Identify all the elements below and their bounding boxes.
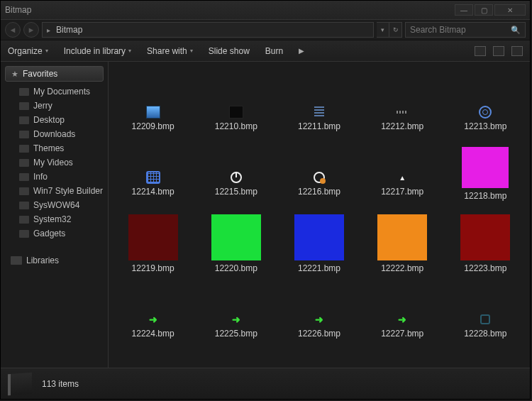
organize-menu[interactable]: Organize▾ bbox=[8, 46, 48, 56]
file-item[interactable]: ➜12227.bmp bbox=[361, 273, 444, 339]
sidebar-item-label: Info bbox=[33, 172, 48, 182]
file-thumbnail bbox=[229, 106, 243, 119]
maximize-button[interactable]: ▢ bbox=[475, 4, 493, 16]
folder-icon bbox=[19, 116, 29, 124]
file-item[interactable]: ➜12225.bmp bbox=[194, 273, 277, 339]
file-thumbnail bbox=[312, 106, 326, 119]
command-bar: Organize▾ Include in library▾ Share with… bbox=[1, 40, 530, 62]
libraries-icon bbox=[11, 256, 22, 265]
file-item[interactable]: 12220.bmp bbox=[194, 201, 277, 273]
address-dropdown-button[interactable]: ▾ bbox=[377, 22, 389, 38]
file-item[interactable]: ▲12217.bmp bbox=[361, 131, 444, 197]
minimize-button[interactable]: — bbox=[455, 4, 473, 16]
file-name: 12226.bmp bbox=[298, 329, 340, 339]
file-item[interactable]: 12211.bmp bbox=[277, 66, 360, 131]
breadcrumb-root-icon: ▸ bbox=[47, 26, 50, 34]
sidebar-item-label: SysWOW64 bbox=[33, 200, 79, 210]
file-item[interactable]: ➜12224.bmp bbox=[111, 273, 194, 339]
sidebar-item[interactable]: My Videos bbox=[1, 155, 108, 170]
sidebar-item[interactable]: Downloads bbox=[1, 127, 108, 141]
file-list[interactable]: 12209.bmp12210.bmp12211.bmp12212.bmp1221… bbox=[109, 62, 530, 368]
forward-button[interactable]: ► bbox=[23, 22, 39, 38]
sidebar-item[interactable]: System32 bbox=[1, 212, 108, 226]
file-item[interactable]: 12210.bmp bbox=[194, 66, 277, 131]
file-item[interactable]: 12209.bmp bbox=[111, 66, 194, 131]
sidebar-item-label: Jerry bbox=[33, 101, 52, 111]
folder-icon bbox=[19, 173, 29, 181]
file-thumbnail bbox=[146, 171, 160, 184]
file-name: 12227.bmp bbox=[381, 329, 423, 339]
favorites-label: Favorites bbox=[23, 69, 57, 79]
file-item[interactable]: 12216.bmp bbox=[277, 131, 360, 197]
file-thumbnail bbox=[460, 214, 510, 260]
libraries-label: Libraries bbox=[26, 256, 59, 265]
burn-button[interactable]: Burn bbox=[265, 46, 283, 56]
file-item[interactable]: ➜12226.bmp bbox=[277, 273, 360, 339]
folder-icon bbox=[19, 187, 29, 195]
window-title: Bitmap bbox=[5, 5, 31, 15]
sidebar-item[interactable]: Info bbox=[1, 170, 108, 184]
back-button[interactable]: ◄ bbox=[5, 22, 21, 38]
file-item[interactable]: 12214.bmp bbox=[111, 131, 194, 197]
file-thumbnail bbox=[377, 214, 427, 260]
file-thumbnail bbox=[294, 214, 344, 260]
file-thumbnail: ➜ bbox=[395, 313, 409, 326]
favorites-header[interactable]: ★ Favorites bbox=[5, 66, 104, 82]
sidebar-item[interactable]: My Documents bbox=[1, 84, 108, 99]
file-name: 12221.bmp bbox=[298, 263, 340, 273]
share-with-menu[interactable]: Share with▾ bbox=[147, 46, 193, 56]
file-item[interactable]: 12213.bmp bbox=[444, 66, 527, 131]
file-name: 12217.bmp bbox=[381, 187, 423, 197]
sidebar-item[interactable]: Jerry bbox=[1, 99, 108, 113]
file-thumbnail bbox=[312, 171, 326, 184]
refresh-button[interactable]: ↻ bbox=[389, 22, 402, 38]
file-name: 12214.bmp bbox=[132, 187, 174, 197]
folder-icon bbox=[19, 131, 29, 138]
preview-pane-button[interactable] bbox=[493, 46, 504, 56]
folder-thumbnail-icon bbox=[8, 372, 32, 395]
titlebar: Bitmap — ▢ ✕ bbox=[1, 1, 530, 19]
file-item[interactable]: 12228.bmp bbox=[444, 273, 527, 339]
file-item[interactable]: 12212.bmp bbox=[361, 66, 444, 131]
address-bar[interactable]: ▸ Bitmap bbox=[42, 22, 374, 38]
view-options-button[interactable] bbox=[475, 46, 486, 56]
file-thumbnail bbox=[462, 147, 509, 188]
star-icon: ★ bbox=[11, 70, 18, 79]
item-count: 113 items bbox=[42, 379, 79, 389]
file-name: 12211.bmp bbox=[298, 121, 340, 131]
folder-icon bbox=[19, 216, 29, 224]
search-input[interactable]: Search Bitmap 🔍 bbox=[405, 22, 526, 38]
sidebar-item[interactable]: SysWOW64 bbox=[1, 198, 108, 212]
sidebar-item[interactable]: Desktop bbox=[1, 113, 108, 127]
sidebar-item-label: Desktop bbox=[33, 115, 65, 125]
sidebar-item-label: Win7 Style Builder bbox=[33, 186, 103, 196]
include-in-library-menu[interactable]: Include in library▾ bbox=[64, 46, 131, 56]
file-name: 12209.bmp bbox=[132, 121, 174, 131]
file-item[interactable]: 12218.bmp bbox=[444, 131, 527, 201]
file-name: 12222.bmp bbox=[381, 263, 423, 273]
help-button[interactable] bbox=[511, 46, 523, 56]
toolbar-overflow-button[interactable]: ▶ bbox=[299, 47, 304, 55]
sidebar-item[interactable]: Gadgets bbox=[1, 226, 108, 241]
file-thumbnail bbox=[128, 214, 178, 260]
file-name: 12220.bmp bbox=[215, 263, 257, 273]
close-button[interactable]: ✕ bbox=[494, 4, 526, 16]
file-item[interactable]: 12223.bmp bbox=[444, 201, 527, 273]
file-thumbnail bbox=[478, 313, 492, 326]
folder-icon bbox=[19, 145, 29, 153]
file-name: 12215.bmp bbox=[215, 187, 257, 197]
libraries-header[interactable]: Libraries bbox=[1, 253, 108, 268]
sidebar-item[interactable]: Win7 Style Builder bbox=[1, 184, 108, 198]
sidebar-item[interactable]: Themes bbox=[1, 141, 108, 155]
file-thumbnail bbox=[146, 106, 160, 119]
file-item[interactable]: 12215.bmp bbox=[194, 131, 277, 197]
file-name: 12213.bmp bbox=[464, 121, 506, 131]
sidebar-item-label: My Videos bbox=[33, 158, 73, 167]
file-name: 12228.bmp bbox=[464, 329, 506, 339]
file-item[interactable]: 12221.bmp bbox=[277, 201, 360, 273]
file-item[interactable]: 12219.bmp bbox=[111, 201, 194, 273]
explorer-window: Bitmap — ▢ ✕ ◄ ► ▸ Bitmap ▾ ↻ Search Bit… bbox=[0, 0, 531, 400]
file-item[interactable]: 12222.bmp bbox=[361, 201, 444, 273]
slideshow-button[interactable]: Slide show bbox=[209, 46, 250, 56]
file-thumbnail bbox=[211, 214, 261, 260]
